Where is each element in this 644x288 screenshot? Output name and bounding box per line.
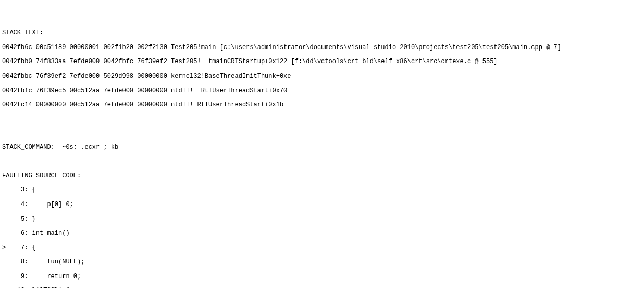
blank-line: [2, 159, 642, 165]
stack-text-line: 0042fb6c 00c51189 00000001 002f1b20 002f…: [2, 44, 642, 52]
stack-text-header: STACK_TEXT:: [2, 30, 642, 37]
stack-command-value: ~0s; .ecxr ; kb: [62, 143, 118, 151]
source-code-line: 4: p[0]=0;: [2, 201, 642, 209]
faulting-source-header: FAULTING_SOURCE_CODE:: [2, 173, 642, 180]
stack-text-line: 0042fbb0 74f833aa 7efde000 0042fbfc 76f3…: [2, 58, 642, 66]
source-code-line: 3: {: [2, 187, 642, 194]
stack-command-label: STACK_COMMAND:: [2, 143, 62, 151]
source-code-line: 5: }: [2, 216, 642, 223]
stack-text-line: 0042fbfc 76f39ec5 00c512aa 7efde000 0000…: [2, 88, 642, 95]
blank-line: [2, 116, 642, 123]
blank-line: [2, 130, 642, 137]
source-code-line: 6: int main(): [2, 230, 642, 237]
stack-text-line: 0042fc14 00000000 00c512aa 7efde000 0000…: [2, 102, 642, 109]
source-code-line: 9: return 0;: [2, 273, 642, 281]
stack-command-row: STACK_COMMAND: ~0s; .ecxr ; kb: [2, 144, 642, 151]
source-code-line: 8: fun(NULL);: [2, 259, 642, 266]
source-code-line-current: > 7: {: [2, 245, 642, 252]
stack-text-line: 0042fbbc 76f39ef2 7efde000 5029d998 0000…: [2, 73, 642, 80]
